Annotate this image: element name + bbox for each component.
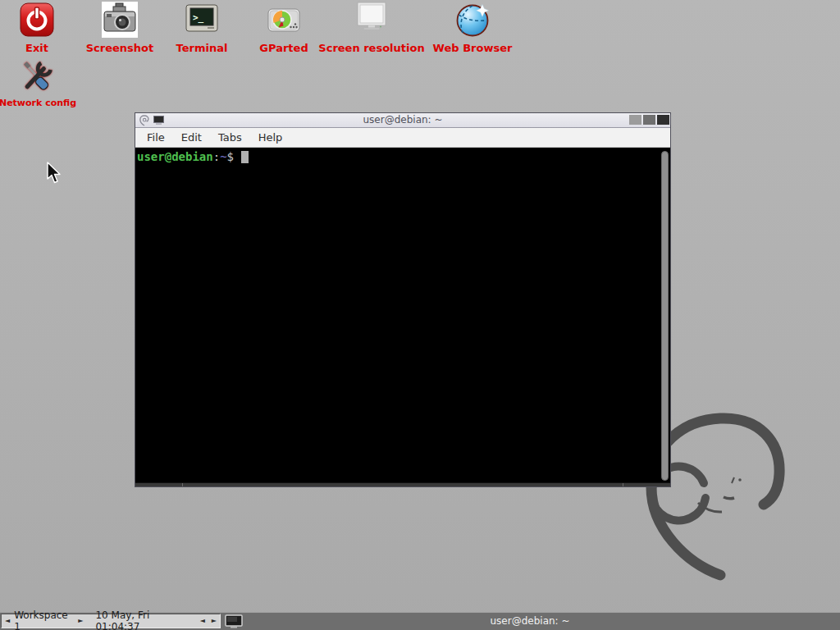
desktop-icon-screen-resolution[interactable]: Screen resolution: [314, 2, 429, 54]
resize-grip-left[interactable]: [135, 483, 183, 486]
desktop-icon-terminal[interactable]: >_ Terminal: [161, 2, 243, 54]
menu-file[interactable]: File: [139, 130, 173, 145]
svg-text:>_: >_: [193, 12, 204, 23]
icon-label: Terminal: [176, 42, 228, 54]
shell-prompt: user@debian:~$: [135, 148, 670, 163]
window-cycle-next-button[interactable]: ►: [208, 614, 220, 628]
text-cursor: [241, 151, 249, 163]
disk-partition-icon: [266, 2, 302, 38]
taskbar: ◄ Workspace 1 ► 10 May, Fri 01:04:37 ◄ ►…: [0, 612, 840, 630]
desktop: Exit Screenshot >_ Terminal: [0, 0, 840, 630]
maximize-button[interactable]: [643, 115, 655, 125]
window-cycle-prev-button[interactable]: ◄: [197, 614, 208, 628]
camera-icon: [102, 2, 138, 38]
workspace-label: Workspace 1: [13, 609, 75, 630]
tools-icon: [20, 57, 56, 94]
mouse-cursor: [47, 162, 63, 185]
icon-label: Screenshot: [86, 42, 154, 54]
resize-grip-right[interactable]: [623, 483, 670, 486]
crt-terminal-icon: >_: [184, 2, 220, 38]
window-title: user@debian: ~: [135, 113, 670, 127]
workspace-next-button[interactable]: ►: [75, 614, 86, 628]
close-button[interactable]: [657, 115, 669, 125]
window-resize-handle[interactable]: [135, 482, 670, 486]
menu-edit[interactable]: Edit: [173, 130, 210, 145]
scrollbar-thumb[interactable]: [661, 151, 669, 481]
minimize-button[interactable]: [629, 115, 641, 125]
terminal-scrollbar[interactable]: [660, 150, 669, 482]
prompt-user-host: user@debian: [137, 150, 213, 163]
menu-help[interactable]: Help: [250, 130, 291, 145]
icon-label: Web Browser: [433, 42, 513, 54]
clock: 10 May, Fri 01:04:37: [95, 609, 191, 630]
titlebar[interactable]: user@debian: ~: [135, 113, 670, 128]
icon-label: Exit: [25, 42, 48, 54]
power-icon: [19, 2, 55, 38]
desktop-icon-network-config[interactable]: Network config: [0, 57, 75, 108]
monitor-icon: [354, 2, 390, 38]
desktop-icon-gparted[interactable]: GParted: [243, 2, 325, 54]
prompt-path: ~: [220, 150, 226, 163]
desktop-icon-exit[interactable]: Exit: [4, 2, 70, 54]
icon-label: GParted: [259, 42, 308, 54]
terminal-window: user@debian: ~ File Edit Tabs Help user@…: [135, 112, 671, 487]
icon-label: Network config: [0, 98, 76, 108]
icon-label: Screen resolution: [318, 42, 424, 54]
desktop-icon-screenshot[interactable]: Screenshot: [79, 2, 161, 54]
globe-icon: [454, 2, 491, 38]
menu-tabs[interactable]: Tabs: [210, 130, 250, 145]
menubar: File Edit Tabs Help: [135, 128, 670, 148]
task-button-label: user@debian: ~: [221, 614, 838, 629]
task-button-terminal[interactable]: user@debian: ~: [221, 614, 838, 629]
workspace-prev-button[interactable]: ◄: [2, 614, 13, 628]
taskbar-pager-panel: ◄ Workspace 1 ► 10 May, Fri 01:04:37 ◄ ►: [1, 614, 221, 628]
desktop-icon-web-browser[interactable]: Web Browser: [415, 2, 530, 54]
terminal-content[interactable]: user@debian:~$: [135, 148, 670, 483]
